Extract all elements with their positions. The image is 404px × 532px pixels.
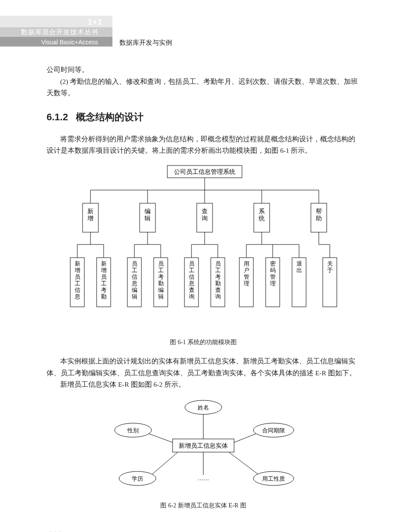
page-header-band: 1+1 数据库混合开发技术丛书 Visual Basic+Access 数据库开… bbox=[0, 0, 404, 47]
svg-text:合同期限: 合同期限 bbox=[262, 427, 285, 434]
header-tag: 1+1 bbox=[88, 18, 103, 27]
para-top-2: (2) 考勤信息的输入、修改和查询，包括员工、考勤年月、迟到次数、请假天数、早退… bbox=[47, 76, 360, 99]
section-title: 概念结构的设计 bbox=[76, 111, 144, 122]
svg-text:编辑: 编辑 bbox=[144, 208, 151, 222]
svg-text:用工性质: 用工性质 bbox=[262, 475, 285, 482]
figure-6-1-caption: 图 6-1 系统的功能模块图 bbox=[47, 337, 360, 348]
page-body: 公司时间等。 (2) 考勤信息的输入、修改和查询，包括员工、考勤年月、迟到次数、… bbox=[0, 47, 404, 511]
svg-text:关于: 关于 bbox=[327, 260, 333, 273]
para-intro: 将需求分析得到的用户需求抽象为信息结构，即概念模型的过程就是概念结构设计，概念结… bbox=[47, 133, 360, 157]
svg-text:新增员工考勤: 新增员工考勤 bbox=[101, 260, 107, 300]
svg-text:学历: 学历 bbox=[132, 475, 143, 482]
svg-text:员工考勤编辑: 员工考勤编辑 bbox=[158, 260, 164, 300]
fig62-center: 新增员工信息实体 bbox=[179, 442, 228, 449]
section-heading: 6.1.2 概念结构的设计 bbox=[47, 109, 360, 126]
figure-6-1: 公司员工信息管理系统 新增 编辑 查询 系统 bbox=[47, 163, 360, 334]
svg-text:员工信息编辑: 员工信息编辑 bbox=[131, 260, 137, 300]
svg-text:……: …… bbox=[198, 475, 209, 482]
figure-6-2-caption: 图 6-2 新增员工信息实体 E-R 图 bbox=[47, 500, 360, 511]
svg-line-71 bbox=[149, 434, 173, 442]
header-title: 数据库开发与实例 bbox=[119, 39, 172, 47]
svg-line-74 bbox=[229, 452, 258, 474]
fig61-level3: 新增员工信息 新增员工考勤 员工信息编辑 员工考勤编辑 员工信息查询 员工考勤查… bbox=[70, 258, 337, 307]
svg-text:员工考勤查询: 员工考勤查询 bbox=[215, 260, 221, 300]
figure-6-2: 新增员工信息实体 姓名 性别 合同期限 学历 用工性质 …… bbox=[47, 397, 360, 497]
svg-text:密码管理: 密码管理 bbox=[270, 260, 276, 287]
para-top-1: 公司时间等。 bbox=[47, 64, 360, 76]
svg-text:查询: 查询 bbox=[202, 208, 208, 222]
header-series: 数据库混合开发技术丛书 bbox=[21, 28, 98, 36]
svg-text:系统: 系统 bbox=[259, 208, 265, 222]
svg-text:姓名: 姓名 bbox=[198, 404, 209, 411]
fig61-root: 公司员工信息管理系统 bbox=[174, 169, 235, 175]
svg-text:帮助: 帮助 bbox=[316, 208, 322, 222]
page-deco-icon: 111 bbox=[47, 529, 61, 532]
svg-text:用户管理: 用户管理 bbox=[244, 260, 249, 287]
page-number: 111 216 bbox=[47, 529, 404, 532]
svg-text:新增员工信息: 新增员工信息 bbox=[74, 260, 80, 300]
svg-text:性别: 性别 bbox=[127, 427, 139, 434]
svg-line-73 bbox=[152, 452, 178, 474]
svg-text:退出: 退出 bbox=[296, 260, 302, 273]
svg-text:新增: 新增 bbox=[87, 208, 94, 222]
svg-text:员工信息查询: 员工信息查询 bbox=[188, 260, 195, 300]
para-after-2: 新增员工信息实体 E-R 图如图 6-2 所示。 bbox=[47, 379, 360, 391]
para-after-1: 本实例根据上面的设计规划出的实体有新增员工信息实体、新增员工考勤实体、员工信息编… bbox=[47, 356, 360, 379]
svg-line-72 bbox=[234, 434, 256, 442]
fig61-level2: 新增 编辑 查询 系统 帮助 bbox=[83, 190, 327, 232]
section-num: 6.1.2 bbox=[47, 111, 68, 122]
header-tech: Visual Basic+Access bbox=[41, 39, 98, 46]
